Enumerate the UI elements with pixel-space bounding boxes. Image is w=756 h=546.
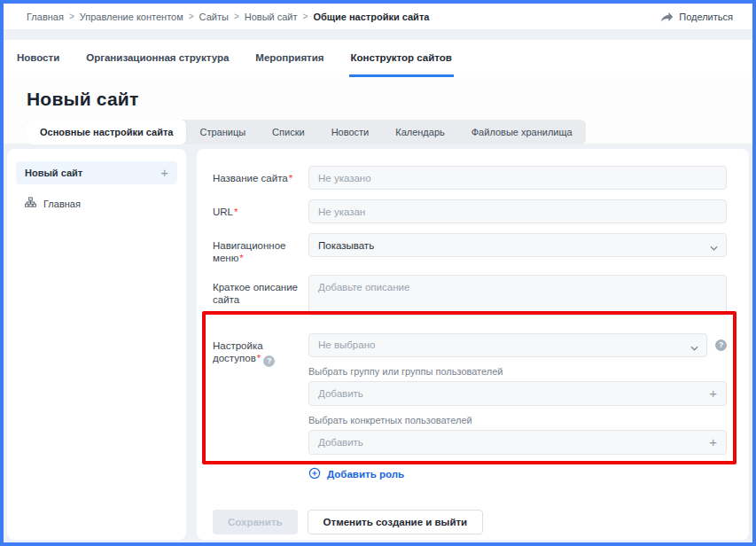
breadcrumb-separator: > <box>303 12 308 21</box>
picker-placeholder: Добавить <box>318 388 363 399</box>
nav-tab-site-builder[interactable]: Конструктор сайтов <box>349 40 454 77</box>
nav-menu-select[interactable]: Показывать <box>308 233 727 257</box>
save-button[interactable]: Сохранить <box>213 510 298 534</box>
nav-menu-label: Навигационное меню* <box>213 233 308 265</box>
description-textarea[interactable] <box>308 275 727 316</box>
label-text: Навигационное меню <box>213 240 285 263</box>
site-name-label: Название сайта* <box>213 166 308 190</box>
add-role-label: Добавить роль <box>327 469 404 480</box>
sitemap-icon <box>25 197 36 210</box>
description-label: Краткое описание сайта <box>213 275 308 319</box>
site-tree-panel: Новый сайт + Главная <box>7 149 186 540</box>
url-input[interactable] <box>308 199 727 223</box>
content-area: Новый сайт + Главная Название сайта* <box>4 144 752 540</box>
add-groups-picker[interactable]: Добавить + <box>308 381 727 406</box>
breadcrumb: Главная > Управление контентом > Сайты >… <box>27 12 660 22</box>
required-mark: * <box>234 207 238 217</box>
required-mark: * <box>257 353 261 363</box>
tab-pages[interactable]: Страницы <box>186 120 259 144</box>
url-label: URL* <box>213 199 308 223</box>
select-value: Не выбрано <box>318 339 375 350</box>
label-text: Настройка доступов <box>213 340 263 363</box>
required-mark: * <box>239 253 243 263</box>
sidebar-item-new-site[interactable]: Новый сайт + <box>16 161 177 184</box>
tab-file-storages[interactable]: Файловые хранилища <box>458 120 586 144</box>
nav-tab-news[interactable]: Новости <box>15 40 61 77</box>
field-wrap <box>308 166 727 190</box>
add-role-button[interactable]: Добавить роль <box>308 467 404 481</box>
field-wrap <box>308 275 727 319</box>
tab-main-settings[interactable]: Основные настройки сайта <box>27 120 186 144</box>
add-users-picker[interactable]: Добавить + <box>308 430 727 455</box>
field-wrap: Не выбрано ? Выбрать группу или группы п… <box>308 333 727 483</box>
divider <box>4 29 752 40</box>
breadcrumb-separator: > <box>69 12 74 21</box>
required-mark: * <box>289 173 292 183</box>
form-actions: Сохранить Отменить создание и выйти <box>213 510 727 534</box>
field-wrap <box>308 199 727 223</box>
title-section: Новый сайт Основные настройки сайта Стра… <box>4 77 752 144</box>
access-select-row: Не выбрано ? <box>308 333 727 357</box>
nav-tab-org-structure[interactable]: Организационная структура <box>84 40 230 77</box>
label-text: Название сайта <box>213 173 288 183</box>
picker-placeholder: Добавить <box>318 437 363 448</box>
breadcrumb-item[interactable]: Сайты <box>199 12 229 22</box>
field-wrap: Показывать <box>308 233 727 265</box>
site-settings-form: Название сайта* URL* Навигационное меню*… <box>197 149 749 540</box>
field-row-site-name: Название сайта* <box>213 166 727 190</box>
tab-calendar[interactable]: Календарь <box>382 120 458 144</box>
site-label: Новый сайт <box>25 168 82 178</box>
page-title: Новый сайт <box>27 89 729 110</box>
label-text: Краткое описание сайта <box>213 282 298 305</box>
breadcrumb-item[interactable]: Главная <box>27 12 64 22</box>
users-label: Выбрать конкретных пользователей <box>308 415 727 425</box>
access-label: Настройка доступов*? <box>213 333 308 483</box>
breadcrumb-item-current: Общие настройки сайта <box>313 12 429 22</box>
groups-label: Выбрать группу или группы пользователей <box>308 366 727 377</box>
breadcrumb-bar: Главная > Управление контентом > Сайты >… <box>4 4 752 29</box>
cancel-button[interactable]: Отменить создание и выйти <box>308 510 484 534</box>
field-row-url: URL* <box>213 199 727 223</box>
field-row-access: Настройка доступов*? Не выбрано ? Выбрат… <box>213 333 727 483</box>
add-page-icon[interactable]: + <box>160 168 168 177</box>
breadcrumb-separator: > <box>234 12 239 21</box>
breadcrumb-item[interactable]: Новый сайт <box>245 12 298 22</box>
breadcrumb-item[interactable]: Управление контентом <box>80 12 183 22</box>
sidebar-item-home-page[interactable]: Главная <box>16 192 177 214</box>
plus-icon: + <box>709 438 717 447</box>
breadcrumb-separator: > <box>189 12 194 21</box>
field-row-nav-menu: Навигационное меню* Показывать <box>213 233 727 265</box>
access-select[interactable]: Не выбрано <box>308 333 707 357</box>
chevron-down-icon <box>710 242 718 253</box>
tree-item-label: Главная <box>43 199 81 209</box>
section-tabs: Основные настройки сайта Страницы Списки… <box>27 120 586 144</box>
help-icon[interactable]: ? <box>263 355 275 367</box>
share-button[interactable]: Поделиться <box>660 12 733 22</box>
help-icon[interactable]: ? <box>715 339 727 351</box>
top-nav: Новости Организационная структура Меропр… <box>4 40 752 77</box>
select-value: Показывать <box>318 240 374 251</box>
label-text: URL <box>213 207 233 217</box>
chevron-down-icon <box>690 342 698 353</box>
site-name-input[interactable] <box>308 166 727 190</box>
tab-lists[interactable]: Списки <box>259 120 318 144</box>
field-row-description: Краткое описание сайта <box>213 275 727 319</box>
share-icon <box>660 12 674 22</box>
add-circle-icon <box>308 467 321 481</box>
plus-icon: + <box>709 389 717 398</box>
tab-news[interactable]: Новости <box>318 120 383 144</box>
nav-tab-events[interactable]: Мероприятия <box>253 40 325 77</box>
share-label: Поделиться <box>679 12 733 22</box>
